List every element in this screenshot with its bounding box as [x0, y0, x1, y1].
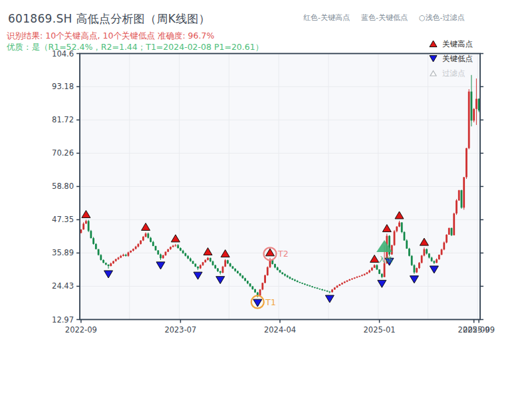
candle-body [187, 256, 189, 259]
candle-body [418, 263, 420, 268]
candle-body [351, 279, 353, 279]
y-tick-label: 93.18 [52, 82, 74, 91]
candle-body [364, 274, 366, 275]
legend-item-key-low: 关键低点 [429, 53, 473, 65]
candle-body [356, 277, 358, 277]
y-tick-label: 81.72 [52, 115, 74, 124]
candle-body [155, 246, 157, 251]
candle-body [324, 290, 326, 291]
recognition-result-text: 识别结果: 10个关键高点, 10个关键低点 准确度: 96.7% [7, 31, 214, 42]
candle-body [122, 255, 124, 256]
candle-body [381, 274, 383, 277]
candle-body [461, 190, 463, 207]
candle-body [453, 213, 455, 235]
candle-body [378, 269, 380, 274]
candle-body [475, 99, 477, 109]
candle-body [281, 273, 283, 275]
candle-body [120, 256, 122, 258]
candle-body [90, 231, 92, 238]
candle-body [167, 249, 169, 252]
candle-body [88, 221, 90, 231]
candle-body [334, 287, 336, 289]
candle-body [261, 283, 263, 289]
candle-body [219, 271, 221, 273]
candle-body [317, 288, 319, 289]
candle-body [209, 258, 211, 261]
candle-body [468, 92, 470, 148]
outline-up-triangle-icon [429, 69, 438, 77]
candle-body [222, 267, 224, 273]
candle-body [441, 249, 443, 255]
candle-body [319, 289, 321, 289]
candle-body [428, 253, 430, 257]
candle-body [192, 261, 194, 264]
candle-body [451, 228, 453, 235]
candle-body [376, 265, 378, 270]
legend-label: 关键低点 [442, 54, 473, 64]
candle-body [274, 264, 276, 267]
candle-body [197, 267, 199, 269]
candle-body [471, 92, 473, 121]
candle-body [433, 261, 435, 263]
candle-body [182, 251, 184, 253]
candle-body [358, 276, 360, 277]
candle-body [408, 249, 410, 256]
candle-body [118, 257, 120, 259]
candle-body [338, 285, 340, 286]
candle-body [130, 251, 132, 253]
hint-key-low: 蓝色-关键低点 [361, 13, 408, 23]
candle-body [162, 255, 164, 258]
candle-body [82, 223, 84, 229]
candle-body [448, 228, 450, 235]
candle-body [251, 287, 253, 289]
hint-key-high: 红色-关键高点 [303, 13, 350, 23]
candle-body [227, 260, 229, 263]
candle-body [177, 245, 179, 248]
candle-body [456, 200, 458, 213]
y-tick-label: 47.35 [52, 215, 74, 224]
candle-body [224, 260, 226, 267]
x-tick-label: 2025-01 [364, 325, 396, 334]
candle-body [145, 233, 147, 237]
red-up-triangle-icon [429, 40, 438, 48]
candle-body [110, 263, 112, 266]
x-tick-label: 2024-04 [264, 325, 296, 334]
color-hint-row: 红色-关键高点 蓝色-关键低点 ○浅色-过滤点 [303, 13, 465, 23]
y-tick-label: 24.43 [52, 281, 74, 291]
candle-body [287, 275, 289, 277]
candle-body [291, 279, 293, 280]
hint-filter-point: ○浅色-过滤点 [419, 13, 465, 23]
candle-body [212, 261, 214, 265]
candle-body [307, 285, 309, 285]
candle-body [391, 245, 393, 255]
candle-body [239, 273, 241, 275]
candle-body [125, 255, 127, 256]
candle-body [327, 291, 329, 291]
candle-body [371, 268, 373, 271]
candle-body [463, 177, 465, 207]
candle-body [175, 245, 177, 246]
candle-body [458, 190, 460, 200]
annotation-label: T2 [277, 249, 289, 259]
candle-body [297, 281, 299, 282]
candle-body [237, 271, 239, 273]
y-tick-label: 12.97 [52, 315, 74, 325]
candle-body [254, 289, 256, 293]
candle-body [165, 252, 167, 255]
candle-body [331, 289, 333, 292]
candle-body [234, 269, 236, 271]
candle-body [301, 283, 303, 283]
candle-body [366, 273, 368, 274]
x-tick-label: 2023-07 [164, 325, 196, 334]
y-tick-label: 58.80 [52, 182, 74, 191]
candle-body [217, 269, 219, 271]
candle-body [150, 238, 152, 242]
candle-body [384, 263, 386, 277]
page-title: 601869.SH 高低点分析图（周K线图） [8, 11, 210, 27]
candle-body [147, 233, 149, 238]
candle-body [348, 279, 350, 281]
candle-body [406, 241, 408, 249]
candle-body [259, 289, 261, 295]
entry-label: 入场 [378, 255, 392, 263]
candle-body [115, 259, 117, 261]
